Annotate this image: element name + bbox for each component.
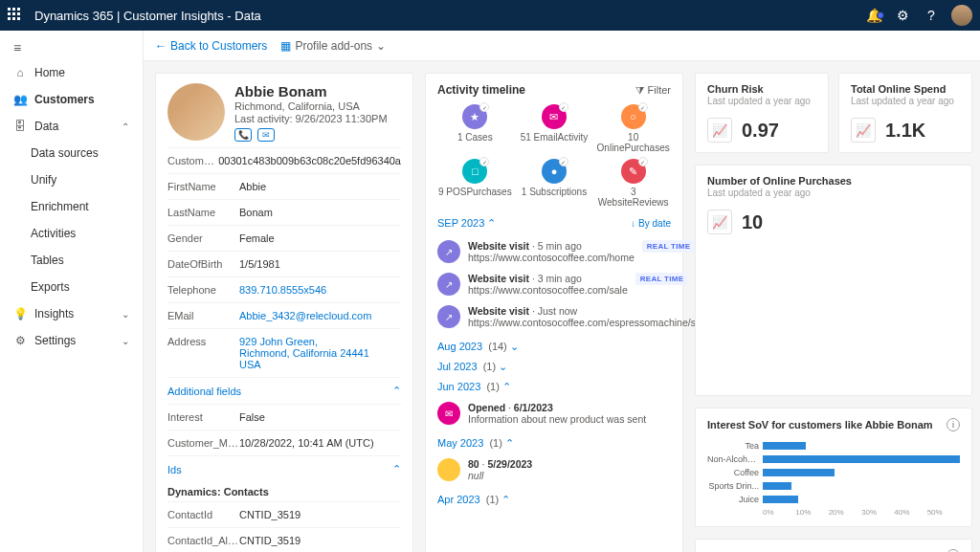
timeline-item[interactable]: ↗ Website visit · 5 min agohttps://www.c… <box>437 235 671 268</box>
customer-name: Abbie Bonam <box>234 83 388 99</box>
ids-toggle[interactable]: Ids⌃ <box>167 455 401 482</box>
activity-summary-item[interactable]: ✉✓51 EmailActivity <box>517 104 592 153</box>
field-value[interactable]: Abbie_3432@relecloud.com <box>239 310 401 321</box>
nav-label: Home <box>34 66 65 79</box>
brand-sov-chart: Brand Sov for customers like Abbie Bonam… <box>695 539 972 552</box>
filter-label: Filter <box>648 84 671 96</box>
timeline-item[interactable]: 80 · 5/29/2023null <box>437 453 671 486</box>
kpi-column: Churn Risk Last updated a year ago 📈0.97… <box>695 73 972 552</box>
interest-sov-chart: Interest SoV for customers like Abbie Bo… <box>695 408 972 527</box>
field-label: ContactId_Altern... <box>167 535 239 546</box>
check-icon: ✓ <box>638 157 648 166</box>
nav-customers[interactable]: 👥Customers <box>0 86 143 113</box>
axis-tick: 20% <box>829 508 861 517</box>
nav-sub-item[interactable]: Exports <box>0 274 143 300</box>
id-group-header: Dynamics: Contacts <box>167 482 401 501</box>
nav-sub-item[interactable]: Data sources <box>0 140 143 166</box>
month-sep[interactable]: SEP 2023 ⌃ <box>437 217 496 230</box>
user-avatar[interactable] <box>951 5 972 26</box>
visit-icon: ↗ <box>437 273 460 296</box>
field-row: EMailAbbie_3432@relecloud.com <box>167 302 401 328</box>
notifications-icon[interactable]: 🔔 <box>859 8 888 23</box>
nav-settings[interactable]: ⚙Settings⌄ <box>0 327 143 354</box>
phone-icon[interactable]: 📞 <box>234 128 252 142</box>
profile-addons-button[interactable]: ▦Profile add-ons⌄ <box>280 39 386 53</box>
bulb-icon: 💡 <box>13 307 27 320</box>
menu-toggle-icon[interactable]: ≡ <box>0 36 143 59</box>
nav-sub-item[interactable]: Enrichment <box>0 193 143 220</box>
trend-icon: 📈 <box>707 118 732 143</box>
kpi-online-purchases: Number of Online Purchases Last updated … <box>695 165 972 396</box>
check-icon: ✓ <box>638 102 648 112</box>
month-toggle[interactable]: May 2023 (1) ⌃ <box>437 437 671 450</box>
nav-data[interactable]: 🗄Data⌃ <box>0 113 143 140</box>
activity-summary-item[interactable]: ★✓1 Cases <box>437 104 513 153</box>
help-icon[interactable]: ? <box>917 8 946 23</box>
chevron-down-icon: ⌄ <box>122 336 129 346</box>
field-value[interactable]: 839.710.8555x546 <box>239 284 401 296</box>
month-toggle[interactable]: Aug 2023 (14) ⌄ <box>437 341 671 353</box>
activity-summary-item[interactable]: ●✓1 Subscriptions <box>517 159 592 208</box>
field-label: Telephone <box>167 284 239 296</box>
timeline-title: Activity timeline <box>437 83 525 97</box>
sort-icon: ↓ <box>631 218 635 229</box>
bar <box>763 455 960 463</box>
settings-icon[interactable]: ⚙ <box>888 8 917 23</box>
month-toggle[interactable]: Jul 2023 (1) ⌄ <box>437 361 671 373</box>
command-bar: ←Back to Customers ▦Profile add-ons⌄ <box>144 31 980 61</box>
data-icon: 🗄 <box>13 120 27 133</box>
timeline-item[interactable]: ↗ Website visit · 3 min agohttps://www.c… <box>437 268 671 300</box>
activity-summary-item[interactable]: ✎✓3 WebsiteReviews <box>595 159 671 208</box>
activity-summary-item[interactable]: ○✓10 OnlinePurchases <box>595 104 671 153</box>
field-value: False <box>239 411 401 423</box>
profile-card: Abbie Bonam Richmond, California, USA La… <box>155 73 413 552</box>
bar-label: Sports Drin... <box>707 481 759 491</box>
app-launcher-icon[interactable] <box>8 8 23 23</box>
bar <box>763 496 798 503</box>
kpi-label: Churn Risk <box>707 83 816 95</box>
chevron-up-icon: ⌃ <box>392 463 401 475</box>
field-value[interactable]: 929 John Green, Richmond, California 244… <box>239 336 401 370</box>
activity-summary-item[interactable]: □✓9 POSPurchases <box>437 159 513 208</box>
filter-button[interactable]: ⧩Filter <box>635 84 671 97</box>
activity-ball-icon: ★✓ <box>462 104 487 129</box>
kpi-updated: Last updated a year ago <box>851 96 960 106</box>
section-label: Additional fields <box>167 386 241 397</box>
nav-insights[interactable]: 💡Insights⌄ <box>0 300 143 327</box>
nav-home[interactable]: ⌂Home <box>0 59 143 86</box>
kpi-updated: Last updated a year ago <box>707 188 960 198</box>
field-value: CNTID_3519 <box>239 535 401 546</box>
field-value: Bonam <box>239 207 401 218</box>
field-value: 00301c483b009b63c08c20e5fd96340a <box>218 155 401 166</box>
month-toggle[interactable]: Apr 2023 (1) ⌃ <box>437 494 671 506</box>
info-icon[interactable]: i <box>947 418 960 431</box>
timeline-item[interactable]: ✉Opened · 6/1/2023Information about new … <box>437 397 671 430</box>
chevron-down-icon: ⌄ <box>376 39 386 53</box>
nav-label: Customers <box>34 93 95 106</box>
customer-photo <box>167 83 225 141</box>
mail-icon[interactable]: ✉ <box>257 128 275 142</box>
field-value: 10/28/2022, 10:41 AM (UTC) <box>239 437 401 449</box>
check-icon: ✓ <box>479 102 489 112</box>
sidebar: ≡ ⌂Home 👥Customers 🗄Data⌃ Data sourcesUn… <box>0 31 144 552</box>
bar-row: Coffee <box>707 466 960 479</box>
nav-sub-item[interactable]: Tables <box>0 247 143 274</box>
additional-fields-toggle[interactable]: Additional fields⌃ <box>167 377 401 404</box>
bar-row: Tea <box>707 439 960 453</box>
field-label: FirstName <box>167 181 239 192</box>
gear-icon: ⚙ <box>13 334 27 347</box>
field-label: EMail <box>167 310 239 321</box>
back-button[interactable]: ←Back to Customers <box>155 39 267 53</box>
field-label: DateOfBirth <box>167 258 239 270</box>
field-label: LastName <box>167 207 239 218</box>
nav-sub-item[interactable]: Activities <box>0 220 143 247</box>
section-label: Ids <box>167 464 182 475</box>
nav-sub-item[interactable]: Unify <box>0 166 143 193</box>
chevron-up-icon: ⌃ <box>487 217 496 229</box>
timeline-item[interactable]: ↗ Website visit · Just nowhttps://www.co… <box>437 300 671 333</box>
sort-bydate[interactable]: ↓By date <box>631 218 671 229</box>
field-value: 1/5/1981 <box>239 258 401 270</box>
field-row: ContactId_Altern...CNTID_3519 <box>167 527 401 552</box>
month-toggle[interactable]: Jun 2023 (1) ⌃ <box>437 381 671 393</box>
check-icon: ✓ <box>559 102 568 112</box>
